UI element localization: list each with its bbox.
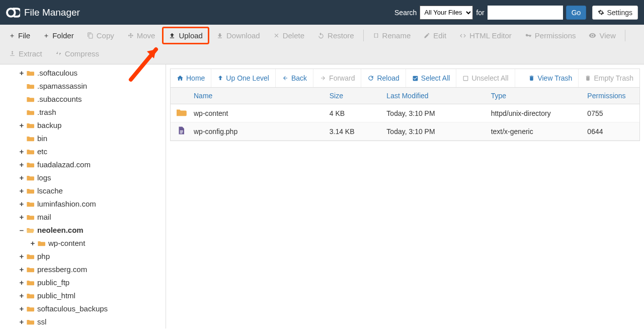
tree-item[interactable]: +ssl [0,315,166,328]
tree-item[interactable]: +wp-content [0,237,166,250]
expander-icon[interactable]: + [18,212,25,223]
delete-button[interactable]: Delete [267,27,310,44]
up-one-level-button[interactable]: Up One Level [211,69,276,87]
unselect-all-button[interactable]: Unselect All [456,69,515,87]
expander-icon[interactable]: + [18,172,25,183]
search-scope-select[interactable]: All Your Files [420,6,473,20]
tree-item[interactable]: +mail [0,211,166,224]
back-button[interactable]: Back [276,69,313,87]
expander-icon[interactable]: + [18,68,25,79]
tree-item[interactable]: +public_html [0,289,166,302]
view-trash-button[interactable]: View Trash [522,69,579,87]
col-perm[interactable]: Permissions [582,88,639,104]
settings-button[interactable]: Settings [592,6,638,20]
tree-item[interactable]: –neoleen.com [0,224,166,237]
upload-icon [169,32,176,39]
tree-item[interactable]: +pressberg.com [0,263,166,276]
copy-button[interactable]: Copy [81,27,120,44]
table-row[interactable]: wp-config.php3.14 KBToday, 3:10 PMtext/x… [171,122,639,141]
download-button[interactable]: Download [210,27,266,44]
tree-item[interactable]: bin [0,132,166,145]
tree-item[interactable]: +public_ftp [0,276,166,289]
expander-icon[interactable]: + [18,264,25,275]
tree-item[interactable]: .subaccounts [0,93,166,106]
folder-button[interactable]: Folder [37,27,80,44]
expander-icon[interactable]: + [29,238,36,249]
tree-item-label: fuadalazad.com [37,159,91,170]
empty-trash-button[interactable]: Empty Trash [579,69,639,87]
main-area: +.softaculous.spamassassin.subaccounts.t… [0,64,644,328]
compress-icon [55,50,62,57]
row-type: text/x-generic [486,124,583,139]
tree-item-label: neoleen.com [37,225,84,236]
expander-icon[interactable]: – [18,225,25,236]
expander-icon[interactable]: + [18,120,25,131]
expander-icon[interactable]: + [18,251,25,262]
reload-button[interactable]: Reload [361,69,406,87]
tree-item[interactable]: +luminfashion.com [0,198,166,211]
expander-icon[interactable]: + [18,303,25,314]
tree-item[interactable]: +logs [0,171,166,184]
home-icon [177,75,184,82]
restore-icon [317,32,325,39]
view-button[interactable]: View [583,27,621,44]
expander-icon[interactable]: + [18,277,25,288]
row-icon [171,104,189,122]
expander-icon[interactable]: + [18,290,25,301]
tree-item[interactable]: +fuadalazad.com [0,158,166,171]
col-name[interactable]: Name [189,88,325,104]
for-label: for [476,9,484,17]
tree-item-label: softaculous_backups [37,303,108,314]
go-button[interactable]: Go [566,6,587,20]
expander-icon[interactable]: + [18,199,25,210]
row-name: wp-content [189,106,325,121]
file-button[interactable]: File [3,27,36,44]
tree-item[interactable]: +softaculous_backups [0,302,166,315]
code-icon [459,32,466,39]
expander-icon[interactable]: + [18,316,25,327]
tree-item[interactable]: +lscache [0,184,166,198]
table-row[interactable]: wp-content4 KBToday, 3:10 PMhttpd/unix-d… [171,104,639,122]
edit-button[interactable]: Edit [418,27,452,44]
trash-icon [528,75,535,82]
cp-logo-icon [6,6,20,20]
search-input[interactable] [488,6,563,20]
expander-icon[interactable]: + [18,185,25,196]
col-modified[interactable]: Last Modified [381,88,486,104]
html-editor-button[interactable]: HTML Editor [453,27,518,44]
row-modified: Today, 3:10 PM [381,124,486,139]
copy-icon [87,32,94,39]
home-button[interactable]: Home [171,69,211,87]
content-toolbar: Home Up One Level Back Forward Reload Se… [170,69,640,88]
expander-icon[interactable]: + [18,159,25,170]
plus-icon [9,33,15,39]
col-type[interactable]: Type [486,88,583,104]
sidebar-tree[interactable]: +.softaculous.spamassassin.subaccounts.t… [0,64,166,328]
row-perm: 0644 [582,124,639,139]
col-size[interactable]: Size [325,88,382,104]
select-all-button[interactable]: Select All [406,69,457,87]
tree-item[interactable]: +.softaculous [0,67,166,80]
tree-item-label: backup [37,120,61,131]
compress-button[interactable]: Compress [49,45,105,62]
tree-item[interactable]: +etc [0,145,166,158]
rename-button[interactable]: Rename [367,27,417,44]
expander-icon[interactable]: + [18,146,25,157]
tree-item[interactable]: .trash [0,106,166,119]
check-square-icon [412,75,419,82]
permissions-button[interactable]: Permissions [519,27,582,44]
extract-button[interactable]: Extract [3,45,48,62]
move-icon [127,32,134,39]
tree-item[interactable]: +backup [0,119,166,132]
restore-button[interactable]: Restore [311,27,360,44]
move-button[interactable]: Move [121,27,162,44]
file-grid: Name Size Last Modified Type Permissions… [170,88,640,141]
tree-item[interactable]: +php [0,250,166,263]
trash-icon [585,75,591,82]
arrow-right-icon [319,75,327,81]
eye-icon [589,32,596,39]
forward-button[interactable]: Forward [313,69,361,87]
tree-item-label: bin [37,133,47,144]
upload-button[interactable]: Upload [162,27,209,44]
tree-item[interactable]: .spamassassin [0,80,166,93]
